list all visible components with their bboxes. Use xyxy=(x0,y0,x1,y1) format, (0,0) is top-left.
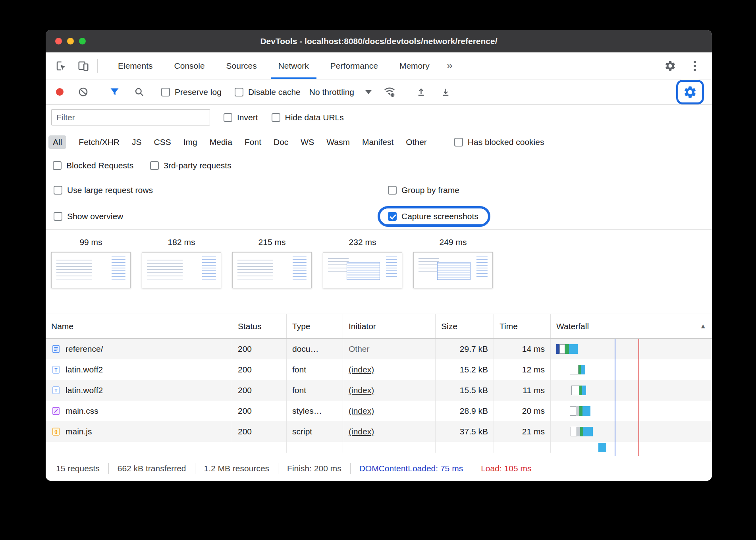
waterfall-bar xyxy=(551,442,712,453)
group-by-frame-checkbox[interactable]: Group by frame xyxy=(388,185,459,195)
capture-screenshots-label: Capture screenshots xyxy=(401,212,478,221)
type-filter-other[interactable]: Other xyxy=(406,137,427,147)
export-har-icon[interactable] xyxy=(436,83,455,101)
filmstrip-thumbnail[interactable] xyxy=(51,252,131,288)
type-filter-doc[interactable]: Doc xyxy=(274,137,288,147)
type-filter-js[interactable]: JS xyxy=(132,137,142,147)
tab-memory[interactable]: Memory xyxy=(389,52,440,79)
transferred-size: 662 kB transferred xyxy=(109,464,195,473)
checkbox-box xyxy=(388,186,397,195)
font-icon: T xyxy=(51,386,61,395)
request-status: 200 xyxy=(232,380,287,401)
use-large-request-rows-checkbox[interactable]: Use large request rows xyxy=(54,185,153,195)
request-initiator-link[interactable]: (index) xyxy=(349,386,374,395)
type-filter-img[interactable]: Img xyxy=(183,137,197,147)
column-header-initiator[interactable]: Initiator xyxy=(343,314,436,338)
filmstrip-thumbnail[interactable] xyxy=(232,252,312,288)
stylesheet-icon xyxy=(51,406,61,416)
disable-cache-checkbox[interactable]: Disable cache xyxy=(235,87,301,97)
tab-elements[interactable]: Elements xyxy=(107,52,164,79)
third-party-requests-checkbox[interactable]: 3rd-party requests xyxy=(150,161,231,170)
request-initiator-link[interactable]: (index) xyxy=(349,406,374,416)
waterfall-bar xyxy=(551,421,712,442)
filmstrip-thumbnail[interactable] xyxy=(413,252,493,288)
request-initiator-link[interactable]: (index) xyxy=(349,365,374,374)
device-toolbar-icon[interactable] xyxy=(74,57,93,75)
table-row-partial[interactable] xyxy=(46,442,712,453)
close-window-button[interactable] xyxy=(55,38,62,44)
capture-screenshots-checkbox[interactable]: Capture screenshots xyxy=(388,212,478,221)
zoom-window-button[interactable] xyxy=(79,38,86,44)
checkbox-box xyxy=(235,88,243,96)
record-network-log-button[interactable] xyxy=(56,88,64,96)
more-tabs-icon[interactable]: » xyxy=(440,52,459,79)
type-filter-all[interactable]: All xyxy=(48,135,66,149)
network-settings-gear-icon[interactable] xyxy=(683,85,698,100)
type-filter-css[interactable]: CSS xyxy=(154,137,171,147)
screenshot-filmstrip: 99 ms 182 ms 215 ms 232 ms 249 ms xyxy=(46,230,712,314)
request-status: 200 xyxy=(232,421,287,442)
column-header-waterfall[interactable]: Waterfall ▲ xyxy=(551,314,712,338)
filter-input[interactable] xyxy=(51,109,210,125)
request-type: docu… xyxy=(287,339,343,359)
request-initiator: Other xyxy=(349,344,370,354)
tab-sources[interactable]: Sources xyxy=(216,52,268,79)
tab-console[interactable]: Console xyxy=(164,52,216,79)
minimize-window-button[interactable] xyxy=(67,38,74,44)
filmstrip-frame: 249 ms xyxy=(413,237,493,314)
column-header-status[interactable]: Status xyxy=(232,314,287,338)
request-time: 14 ms xyxy=(494,339,551,359)
checkbox-box xyxy=(161,88,170,96)
sort-indicator-icon: ▲ xyxy=(700,322,706,330)
table-row[interactable]: main.css 200 styles… (index) 28.9 kB 20 … xyxy=(46,401,712,421)
filmstrip-thumbnail[interactable] xyxy=(323,252,402,288)
type-filter-fetch-xhr[interactable]: Fetch/XHR xyxy=(79,137,120,147)
hide-data-urls-checkbox[interactable]: Hide data URLs xyxy=(272,113,344,122)
table-row[interactable]: T latin.woff2 200 font (index) 15.5 kB 1… xyxy=(46,380,712,401)
show-overview-checkbox[interactable]: Show overview xyxy=(54,212,123,221)
column-header-type[interactable]: Type xyxy=(287,314,343,338)
preserve-log-checkbox[interactable]: Preserve log xyxy=(161,87,222,97)
column-header-time[interactable]: Time xyxy=(494,314,551,338)
inspect-element-icon[interactable] xyxy=(52,57,70,75)
checkbox-box xyxy=(224,113,232,122)
has-blocked-cookies-label: Has blocked cookies xyxy=(468,137,544,147)
svg-text:{}: {} xyxy=(54,430,58,434)
tab-performance[interactable]: Performance xyxy=(320,52,389,79)
table-row[interactable]: {} main.js 200 script (index) 37.5 kB 21… xyxy=(46,421,712,442)
network-conditions-icon[interactable] xyxy=(380,83,399,101)
domcontentloaded-marker-line xyxy=(615,339,615,456)
has-blocked-cookies-checkbox[interactable]: Has blocked cookies xyxy=(454,137,544,147)
invert-checkbox[interactable]: Invert xyxy=(224,113,258,122)
import-har-icon[interactable] xyxy=(412,83,430,101)
window-title: DevTools - localhost:8080/docs/devtools/… xyxy=(46,37,712,46)
request-name: main.css xyxy=(66,406,98,416)
type-filter-wasm[interactable]: Wasm xyxy=(326,137,350,147)
annotation-highlight-capture-screenshots: Capture screenshots xyxy=(378,206,490,227)
throttling-value: No throttling xyxy=(309,87,354,97)
type-filter-ws[interactable]: WS xyxy=(301,137,314,147)
filter-funnel-icon[interactable] xyxy=(105,83,123,101)
checkbox-box xyxy=(54,212,62,221)
request-time: 12 ms xyxy=(494,359,551,380)
type-filter-media[interactable]: Media xyxy=(210,137,232,147)
blocked-requests-checkbox[interactable]: Blocked Requests xyxy=(53,161,133,170)
column-header-size[interactable]: Size xyxy=(436,314,494,338)
table-row[interactable]: reference/ 200 docu… Other 29.7 kB 14 ms xyxy=(46,339,712,359)
search-icon[interactable] xyxy=(130,83,148,101)
kebab-menu-icon[interactable] xyxy=(686,57,704,75)
type-filter-manifest[interactable]: Manifest xyxy=(362,137,393,147)
request-time: 20 ms xyxy=(494,401,551,421)
table-row[interactable]: T latin.woff2 200 font (index) 15.2 kB 1… xyxy=(46,359,712,380)
throttling-select[interactable]: No throttling xyxy=(307,87,374,97)
clear-network-log-icon[interactable] xyxy=(74,83,92,101)
tab-network[interactable]: Network xyxy=(268,52,320,79)
filmstrip-time: 99 ms xyxy=(79,237,102,247)
request-initiator-link[interactable]: (index) xyxy=(349,427,374,436)
load-event-marker-line xyxy=(638,339,639,456)
checkbox-box xyxy=(454,138,463,147)
filmstrip-thumbnail[interactable] xyxy=(142,252,221,288)
type-filter-font[interactable]: Font xyxy=(245,137,261,147)
settings-gear-icon[interactable] xyxy=(661,57,679,75)
column-header-name[interactable]: Name xyxy=(46,314,232,338)
